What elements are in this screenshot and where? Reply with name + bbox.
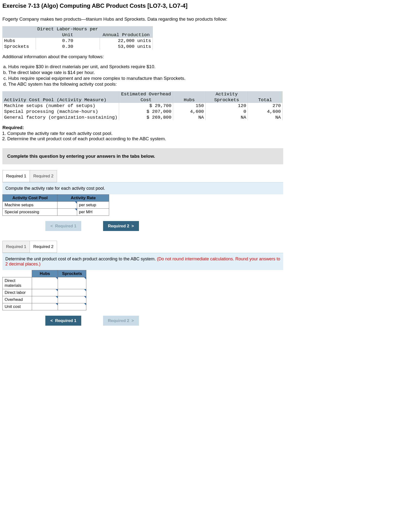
hubs-dm-input[interactable] [32, 277, 58, 289]
table-row: Unit cost [3, 303, 86, 310]
table-row: General factory (organization-sustaining… [3, 115, 283, 120]
next-required-2-button-b: Required 2 > [103, 316, 139, 326]
tab-required-1-b[interactable]: Required 1 [2, 241, 30, 253]
spr-dm-input[interactable] [58, 277, 86, 289]
table-row: Machine setups (number of setups) $ 29,7… [3, 103, 283, 109]
tab-required-1[interactable]: Required 1 [2, 170, 30, 182]
chevron-right-icon: > [131, 318, 134, 323]
hubs-dl-input[interactable] [32, 289, 58, 296]
tab-bar-2: Required 1 Required 2 [2, 241, 283, 253]
table-row: Sprockets 0.30 53,000 units [3, 44, 153, 50]
page-title: Exercise 7-13 (Algo) Computing ABC Produ… [2, 2, 418, 9]
table-row: Overhead [3, 296, 86, 303]
table-row: Direct labor [3, 289, 86, 296]
info-list: Hubs require $30 in direct materials per… [8, 64, 418, 87]
rate-input-setups[interactable] [57, 202, 77, 209]
activity-rate-table: Activity Cost Pool Activity Rate Machine… [2, 194, 109, 216]
tab-bar-1: Required 1 Required 2 [2, 170, 283, 182]
production-table: Direct Labor-Hours per Unit Annual Produ… [2, 26, 153, 50]
table-row: Hubs 0.70 22,000 units [3, 38, 153, 44]
table-row: Direct materials [3, 277, 86, 289]
spr-dl-input[interactable] [58, 289, 86, 296]
chevron-left-icon: < [50, 223, 53, 228]
instruction-box: Complete this question by entering your … [2, 148, 283, 164]
tab-required-2-b[interactable]: Required 2 [30, 241, 57, 253]
required-heading: Required: [2, 125, 418, 130]
prev-required-1-button-b[interactable]: < Required 1 [45, 316, 81, 326]
intro-text: Fogerty Company makes two products—titan… [2, 17, 418, 22]
hubs-unit-input[interactable] [32, 303, 58, 310]
panel-required-2-prompt: Determine the unit product cost of each … [2, 253, 283, 270]
next-required-2-button[interactable]: Required 2 > [103, 221, 139, 231]
chevron-right-icon: > [131, 223, 134, 228]
table-row: Special processing per MH [3, 209, 109, 216]
table-row: Machine setups per setup [3, 202, 109, 209]
unit-cost-table: Hubs Sprockets Direct materials Direct l… [2, 270, 86, 310]
chevron-left-icon: < [50, 318, 53, 323]
additional-info-lead: Additional information about the company… [2, 54, 418, 59]
prev-required-1-button: < Required 1 [45, 221, 81, 231]
tab-required-2[interactable]: Required 2 [30, 170, 57, 182]
panel-required-1-prompt: Compute the activity rate for each activ… [2, 182, 283, 194]
spr-oh-input[interactable] [58, 296, 86, 303]
spr-unit-input[interactable] [58, 303, 86, 310]
activity-pool-table: Estimated Overhead Activity Activity Cos… [2, 91, 283, 120]
hubs-oh-input[interactable] [32, 296, 58, 303]
table-row: Special processing (machine-hours) $ 207… [3, 109, 283, 115]
required-list: Compute the activity rate for each activ… [7, 131, 418, 141]
rate-input-special[interactable] [57, 209, 77, 216]
